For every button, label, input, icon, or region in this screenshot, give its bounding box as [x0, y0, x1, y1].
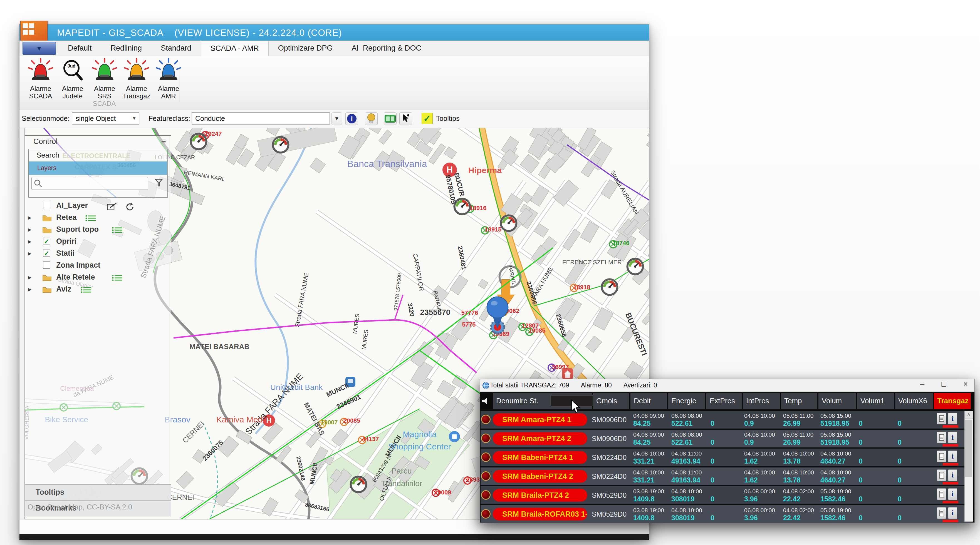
file-menu-dropdown[interactable]: ▼ — [22, 42, 56, 55]
map-label: 19007 — [321, 419, 337, 426]
layer-item-aviz[interactable]: ▶Aviz — [25, 284, 171, 296]
layer-item-statii[interactable]: ▶✓Statii — [25, 248, 171, 260]
report-document-button[interactable] — [937, 432, 946, 443]
report-document-button[interactable] — [937, 413, 946, 424]
featureclass-select[interactable]: Conducte — [192, 112, 330, 124]
siren-icon — [27, 58, 54, 84]
filter-funnel-icon[interactable] — [154, 179, 163, 188]
cell-timestamp: 04.08 11:00 — [671, 450, 702, 457]
map-label: Shopping Center — [388, 442, 451, 451]
station-name-badge[interactable]: SRM Amara-PTZ4 2 — [493, 432, 587, 445]
layer-checkbox[interactable] — [43, 262, 50, 269]
map-label: Magnolia — [402, 430, 437, 439]
tab-optimizare-dpg[interactable]: Optimizare DPG — [269, 41, 342, 56]
tab-redlining[interactable]: Redlining — [101, 41, 151, 56]
station-name-badge[interactable]: SRM Braila-PTZ4 2 — [493, 489, 587, 502]
layer-item-retea[interactable]: ▶Retea — [25, 212, 171, 224]
layer-item-suport-topo[interactable]: ▶Suport topo — [25, 224, 171, 236]
table-row[interactable]: SRM Babeni-PTZ4 2 SM0224D0 04.08 10:00 3… — [480, 467, 972, 485]
table-row[interactable]: SRM Braila-PTZ4 2 SM0529D0 03.08 19:00 1… — [480, 486, 972, 504]
alarme-amr-button[interactable]: AlarmeAMR — [153, 58, 184, 100]
gauge-station-icon — [501, 215, 516, 231]
table-row[interactable]: SRM Amara-PTZ4 2 SM0906D0 04.08 09:00 84… — [480, 430, 972, 448]
tab-default[interactable]: Default — [59, 41, 101, 56]
search-icon — [34, 179, 42, 187]
tab-standard[interactable]: Standard — [151, 41, 201, 56]
alarme-srs-button[interactable]: AlarmeSRS — [89, 58, 120, 100]
featureclass-dropdown-button[interactable]: ▼ — [331, 112, 342, 125]
control-panel: Control ≡ Search Layers AI_Layer▶Rete — [25, 135, 171, 516]
expand-arrow-icon[interactable]: ▶ — [28, 286, 32, 292]
selectionmode-select[interactable]: single Object▼ — [72, 112, 139, 124]
close-button[interactable]: × — [961, 380, 970, 389]
map-label: 20085 — [343, 417, 360, 424]
expand-arrow-icon[interactable]: ▶ — [28, 227, 32, 233]
station-name-badge[interactable]: SRM Amara-PTZ4 1 — [493, 413, 587, 426]
layer-item-alte-retele[interactable]: ▶Alte Retele — [25, 272, 171, 284]
station-info-button[interactable]: i — [948, 507, 957, 519]
ledger-button[interactable] — [384, 112, 396, 125]
panel-menu-icon[interactable]: ≡ — [161, 137, 166, 146]
maximize-button[interactable]: □ — [939, 380, 949, 389]
cell-value: 0 — [711, 438, 714, 446]
layer-label: Suport topo — [56, 225, 99, 234]
gauge-station-icon — [627, 259, 643, 274]
pointer-select-button[interactable] — [399, 112, 412, 125]
scrollbar-thumb[interactable] — [965, 420, 972, 477]
layer-checkbox[interactable]: ✓ — [43, 249, 50, 257]
layer-search-input[interactable] — [32, 177, 148, 190]
table-scrollbar[interactable]: ˄ — [964, 411, 973, 522]
station-info-button[interactable]: i — [948, 469, 957, 481]
title-bar[interactable]: MAPEDIT - GIS_SCADA (VIEW LICENSE) - 24.… — [19, 24, 649, 41]
info-button[interactable]: i — [345, 112, 358, 125]
station-name-badge[interactable]: SRM Babeni-PTZ4 1 — [493, 451, 587, 464]
table-title-bar[interactable]: Total statii TRANSGAZ: 709 Alarme: 80 Av… — [480, 379, 974, 392]
report-document-button[interactable] — [937, 451, 946, 462]
edit-icon[interactable] — [107, 203, 118, 211]
cell-value: 0 — [898, 495, 902, 503]
minimize-button[interactable]: – — [917, 380, 927, 389]
cell-timestamp: 04.08 02:00 — [783, 507, 814, 513]
refresh-icon[interactable] — [125, 203, 136, 211]
station-info-button[interactable]: i — [948, 488, 957, 500]
cell-value: 1.62 — [744, 457, 758, 465]
station-info-button[interactable]: i — [948, 432, 957, 443]
alarme-scada-button[interactable]: AlarmeSCADA — [25, 58, 56, 100]
panel-section-tooltips[interactable]: Tooltips — [25, 485, 171, 500]
siren-icon — [91, 58, 118, 84]
scroll-up-arrow[interactable]: ˄ — [965, 411, 973, 419]
layer-checkbox[interactable] — [43, 202, 50, 209]
cell-value: 0 — [711, 457, 714, 465]
table-row[interactable]: SRM Braila-ROFAR03 1-L1 SM0529D0 03.08 1… — [480, 505, 972, 523]
alarme-transgaz-button[interactable]: AlarmeTransgaz — [121, 58, 152, 100]
alarm-indicator-bar — [943, 444, 958, 446]
report-document-button[interactable] — [937, 507, 946, 519]
alarme-judete-button[interactable]: JudAlarmeJudete — [57, 58, 88, 100]
layer-item-ai-layer[interactable]: AI_Layer — [25, 200, 171, 212]
report-document-button[interactable] — [937, 469, 946, 481]
tooltips-checkbox[interactable]: ✓ — [422, 113, 433, 124]
layer-item-opriri[interactable]: ▶✓Opriri — [25, 236, 171, 248]
station-info-button[interactable]: i — [948, 413, 957, 424]
station-name-badge[interactable]: SRM Babeni-PTZ4 2 — [493, 470, 587, 483]
lightbulb-button[interactable] — [365, 112, 378, 125]
station-name-badge[interactable]: SRM Braila-ROFAR03 1-L1 — [493, 508, 587, 521]
tooltips-label: Tooltips — [436, 114, 460, 122]
station-info-button[interactable]: i — [948, 451, 957, 462]
table-row[interactable]: SRM Amara-PTZ4 1 SM0906D0 04.08 09:00 84… — [480, 411, 972, 429]
expand-arrow-icon[interactable]: ▶ — [28, 251, 32, 256]
layer-item-zona-impact[interactable]: Zona Impact — [25, 260, 171, 272]
map-label: 18915 — [484, 226, 501, 233]
tab-scada-amr[interactable]: SCADA - AMR — [201, 41, 269, 56]
cell-timestamp: 04.08 10:00 — [783, 469, 814, 476]
expand-arrow-icon[interactable]: ▶ — [28, 239, 32, 245]
selected-layer-row[interactable]: Layers — [29, 162, 167, 175]
layer-checkbox[interactable]: ✓ — [43, 238, 50, 245]
report-document-button[interactable] — [937, 488, 946, 500]
cell-value: 1409.8 — [633, 495, 654, 503]
tab-ai-reporting-doc[interactable]: AI_Reporting & DOC — [342, 41, 431, 56]
table-row[interactable]: SRM Babeni-PTZ4 1 SM0224D0 04.08 10:00 3… — [480, 448, 972, 466]
cell-timestamp: 06.08 00:00 — [744, 488, 775, 495]
expand-arrow-icon[interactable]: ▶ — [28, 215, 32, 221]
expand-arrow-icon[interactable]: ▶ — [28, 275, 32, 280]
